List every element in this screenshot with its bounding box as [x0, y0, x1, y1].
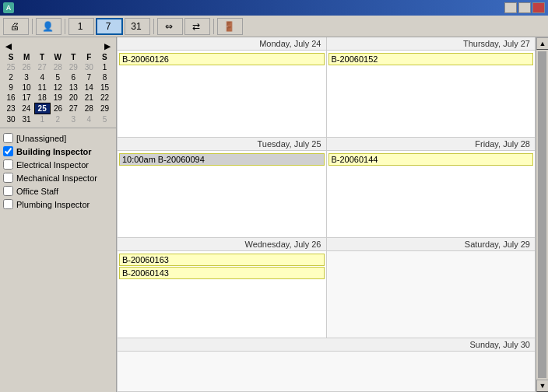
calendar-day[interactable]: 12	[50, 82, 65, 93]
calendar-day[interactable]: 30	[81, 62, 97, 72]
calendar-day[interactable]: 22	[97, 93, 112, 103]
resource-checkbox[interactable]	[3, 133, 13, 143]
appointment-item[interactable]: 10:00am B-20060094	[119, 153, 325, 166]
appointment-item[interactable]: B-20060143	[119, 267, 325, 279]
resource-checkbox[interactable]	[3, 146, 13, 156]
appointment-item[interactable]: B-20060152	[328, 53, 534, 65]
calendar-day[interactable]: 27	[65, 103, 81, 114]
divider-4	[213, 19, 214, 34]
calendar-day[interactable]: 29	[65, 62, 81, 72]
day-body[interactable]	[327, 251, 536, 338]
calendar-day[interactable]: 15	[97, 82, 112, 93]
day-body[interactable]: B-20060144	[327, 151, 536, 237]
calendar-day[interactable]: 27	[34, 62, 50, 72]
separate-button[interactable]: ⇄	[184, 18, 210, 35]
day-body[interactable]: B-20060152	[327, 51, 536, 137]
calendar-day[interactable]: 6	[65, 72, 81, 82]
vertical-scrollbar[interactable]: ▲ ▼	[536, 37, 548, 392]
day-header: Thursday, July 27	[327, 37, 536, 51]
close-button[interactable]	[532, 2, 545, 13]
month-button[interactable]: 31	[125, 18, 150, 35]
calendar-day[interactable]: 11	[34, 82, 50, 93]
calendar-day[interactable]: 3	[65, 114, 81, 125]
day-column: Friday, July 28B-20060144	[327, 138, 536, 238]
calendar-day[interactable]: 8	[97, 72, 112, 82]
print-button[interactable]: 🖨	[3, 18, 29, 35]
calendar-day[interactable]: 1	[34, 114, 50, 125]
calendar-day[interactable]: 5	[50, 72, 65, 82]
appointment-item[interactable]: B-20060163	[119, 254, 325, 266]
calendar-day[interactable]: 7	[81, 72, 97, 82]
calendar-day[interactable]: 9	[3, 82, 19, 93]
scroll-thumb[interactable]	[538, 51, 546, 378]
resource-checkbox[interactable]	[3, 159, 13, 170]
calendar-day[interactable]: 16	[3, 93, 19, 103]
calendar-day[interactable]: 1	[97, 62, 112, 72]
resource-checkbox[interactable]	[3, 199, 13, 209]
day-button[interactable]: 1	[68, 18, 94, 35]
calendar-day[interactable]: 4	[81, 114, 97, 125]
resource-item[interactable]: Building Inspector	[3, 145, 113, 158]
day-header: Wednesday, July 26	[118, 238, 326, 251]
resource-label: Mechanical Inspector	[16, 173, 97, 183]
calendar-day[interactable]: 24	[19, 103, 34, 114]
mini-calendar: ◀ ▶ SMTWTFS 2526272829301234567891011121…	[0, 37, 116, 128]
calendar-grid: SMTWTFS 25262728293012345678910111213141…	[3, 52, 113, 124]
resource-item[interactable]: [Unassigned]	[3, 131, 113, 145]
resource-item[interactable]: Plumbing Inspector	[3, 198, 113, 211]
resource-item[interactable]: Office Staff	[3, 184, 113, 198]
calendar-day[interactable]: 14	[81, 82, 97, 93]
scroll-up-button[interactable]: ▲	[536, 37, 548, 50]
day-body[interactable]: B-20060163B-20060143	[118, 251, 326, 338]
scroll-down-button[interactable]: ▼	[536, 380, 548, 392]
app-icon: A	[3, 2, 14, 13]
calendar-day[interactable]: 18	[34, 93, 50, 103]
calendar-day[interactable]: 26	[19, 62, 34, 72]
calendar-day[interactable]: 2	[50, 114, 65, 125]
toolbar: 🖨 👤 1 7 31 ⇔ ⇄ 🚪	[0, 16, 548, 37]
calendar-day[interactable]: 29	[97, 103, 112, 114]
resource-label: [Unassigned]	[16, 134, 66, 143]
day-column: Wednesday, July 26B-20060163B-20060143	[118, 238, 327, 338]
day-icon: 1	[74, 20, 86, 33]
resource-item[interactable]: Mechanical Inspector	[3, 171, 113, 184]
day-body-sunday[interactable]	[118, 352, 535, 391]
calendar-day[interactable]: 13	[65, 82, 81, 93]
cal-next-button[interactable]: ▶	[102, 42, 113, 51]
calendar-day[interactable]: 28	[81, 103, 97, 114]
calendar-day[interactable]: 26	[50, 103, 65, 114]
merge-button[interactable]: ⇔	[157, 18, 183, 35]
new-owner-button[interactable]: 👤	[36, 18, 61, 35]
calendar-day[interactable]: 30	[3, 114, 19, 125]
calendar-day[interactable]: 5	[97, 114, 112, 125]
cal-prev-button[interactable]: ◀	[3, 42, 14, 51]
resource-checkbox[interactable]	[3, 186, 13, 196]
calendar-day[interactable]: 21	[81, 93, 97, 103]
appointment-item[interactable]: B-20060126	[119, 53, 325, 65]
day-body[interactable]: B-20060126	[118, 51, 326, 137]
maximize-button[interactable]	[518, 2, 531, 13]
calendar-day[interactable]: 23	[3, 103, 19, 114]
calendar-day[interactable]: 25	[34, 103, 50, 114]
calendar-day[interactable]: 25	[3, 62, 19, 72]
calendar-day[interactable]: 10	[19, 82, 34, 93]
resource-label: Electrical Inspector	[16, 160, 89, 170]
minimize-button[interactable]	[504, 2, 517, 13]
week-button[interactable]: 7	[96, 18, 123, 35]
calendar-day[interactable]: 17	[19, 93, 34, 103]
calendar-day[interactable]: 31	[19, 114, 34, 125]
exit-button[interactable]: 🚪	[217, 18, 243, 35]
calendar-day[interactable]: 2	[3, 72, 19, 82]
calendar-day[interactable]: 4	[34, 72, 50, 82]
calendar-day[interactable]: 28	[50, 62, 65, 72]
calendar-day[interactable]: 20	[65, 93, 81, 103]
day-body[interactable]: 10:00am B-20060094	[118, 151, 326, 237]
resource-checkbox[interactable]	[3, 173, 13, 183]
divider-1	[32, 19, 33, 34]
resource-label: Building Inspector	[16, 147, 92, 156]
resources-panel: [Unassigned]Building InspectorElectrical…	[0, 128, 116, 392]
calendar-day[interactable]: 19	[50, 93, 65, 103]
resource-item[interactable]: Electrical Inspector	[3, 158, 113, 171]
calendar-day[interactable]: 3	[19, 72, 34, 82]
appointment-item[interactable]: B-20060144	[328, 153, 534, 166]
